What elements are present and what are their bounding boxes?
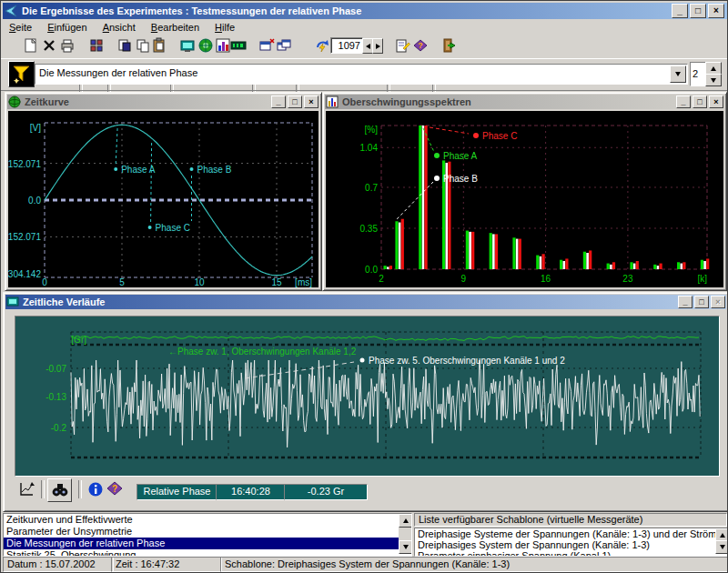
zeitkurve-window: Zeitkurve _ □ × Phase APhase BPhase C152… bbox=[5, 92, 322, 291]
svg-text:Phase A: Phase A bbox=[443, 151, 478, 161]
templates-scrollbar[interactable] bbox=[715, 528, 728, 554]
new-page-icon[interactable] bbox=[21, 36, 39, 55]
statusbar: Datum : 15.07.2002 Zeit : 16:47:32 Schab… bbox=[1, 557, 728, 573]
delete-page-icon[interactable] bbox=[40, 36, 58, 55]
help-book2-icon[interactable]: ? bbox=[106, 479, 124, 498]
measurement-value-field: -0.23 Gr bbox=[284, 484, 368, 500]
help-book-icon[interactable]: ? bbox=[411, 36, 430, 55]
exit-icon[interactable] bbox=[440, 36, 459, 55]
screen-view-icon[interactable] bbox=[178, 36, 197, 55]
svg-text:2: 2 bbox=[379, 274, 384, 284]
print-icon[interactable] bbox=[58, 36, 76, 55]
spin-down-button[interactable] bbox=[705, 74, 722, 86]
svg-text:15: 15 bbox=[271, 277, 282, 287]
minimize-button[interactable]: _ bbox=[672, 4, 688, 18]
verlaeufe-maximize-button[interactable]: □ bbox=[694, 296, 709, 308]
page-next-button[interactable] bbox=[372, 38, 383, 54]
report-icon[interactable] bbox=[393, 36, 411, 55]
new-window-icon[interactable] bbox=[258, 36, 276, 55]
template-item[interactable]: Dreiphasige Systeme der Spannungen (Kanä… bbox=[415, 528, 728, 539]
list-item[interactable]: Statistik 25. Oberschwingung bbox=[4, 549, 411, 557]
run-icon[interactable] bbox=[313, 36, 331, 55]
menu-ansicht[interactable]: Ansicht bbox=[96, 20, 142, 35]
scroll-down-button[interactable] bbox=[715, 540, 728, 554]
verlaeufe-plot: -0.07-0.13-0.2[Gr]←Phase zw. 1, Oberschw… bbox=[15, 316, 720, 477]
zeitkurve-title: Zeitkurve bbox=[22, 96, 269, 107]
footer-separator bbox=[41, 480, 45, 498]
graph-settings-icon[interactable] bbox=[17, 480, 35, 498]
svg-text:-0.13: -0.13 bbox=[46, 392, 66, 402]
application-window: Die Ergebnisse des Experimentes : Testme… bbox=[0, 0, 728, 573]
dial-icon[interactable] bbox=[197, 36, 215, 55]
experiment-combobox[interactable]: Die Messungen der relativen Phase bbox=[35, 64, 688, 85]
pages-list-scrollbar[interactable] bbox=[399, 514, 411, 554]
menu-seite[interactable]: Seite bbox=[3, 20, 38, 35]
verlaeufe-window-icon bbox=[5, 296, 20, 308]
measurement-time-field: 16:40:28 bbox=[216, 484, 286, 500]
zeitkurve-close-button[interactable]: × bbox=[304, 96, 318, 108]
arrange-windows-icon[interactable] bbox=[275, 36, 293, 55]
svg-text:0.0: 0.0 bbox=[365, 265, 378, 275]
copy-icon[interactable] bbox=[134, 36, 152, 55]
svg-text:[Gr]: [Gr] bbox=[71, 335, 86, 345]
spektren-plot: Phase CPhase APhase B1.040.70.350.0[%]29… bbox=[326, 111, 723, 287]
spin-up-button[interactable] bbox=[705, 62, 722, 75]
zeitkurve-minimize-button[interactable]: _ bbox=[271, 96, 286, 108]
zeitkurve-window-icon bbox=[7, 96, 22, 108]
spektren-titlebar[interactable]: Oberschwingungsspektren _ □ × bbox=[325, 95, 724, 109]
experiment-combobox-value: Die Messungen der relativen Phase bbox=[39, 67, 197, 78]
scroll-down-button[interactable] bbox=[399, 540, 412, 554]
main-titlebar[interactable]: Die Ergebnisse des Experimentes : Testme… bbox=[3, 3, 727, 19]
svg-text:0.7: 0.7 bbox=[365, 183, 378, 193]
spektren-maximize-button[interactable]: □ bbox=[693, 96, 707, 108]
menu-bearbeiten[interactable]: Bearbeiten bbox=[145, 20, 206, 35]
list-item-selected[interactable]: Die Messungen der relativen Phase bbox=[4, 538, 411, 549]
copy-front-icon[interactable] bbox=[116, 36, 134, 55]
verlaeufe-titlebar[interactable]: Zeitliche Verläufe _ □ × bbox=[5, 295, 726, 309]
zeitkurve-plot: Phase APhase BPhase C152.0710.0-152.071-… bbox=[8, 111, 318, 287]
zeitkurve-maximize-button[interactable]: □ bbox=[288, 96, 302, 108]
svg-text:-152.071: -152.071 bbox=[8, 232, 41, 242]
zeitkurve-titlebar[interactable]: Zeitkurve _ □ × bbox=[7, 95, 319, 109]
verlaeufe-minimize-button[interactable]: _ bbox=[678, 296, 693, 308]
info-icon[interactable] bbox=[86, 480, 105, 498]
svg-text:Phase B: Phase B bbox=[443, 174, 478, 184]
combobox-dropdown-button[interactable] bbox=[670, 65, 686, 83]
templates-panel: Liste verfügbarer Schablone (virtuelle M… bbox=[414, 513, 727, 555]
svg-text:10: 10 bbox=[194, 277, 205, 287]
template-item[interactable]: Parameter einphasiger Spannung (Kanal 1) bbox=[415, 550, 728, 557]
svg-text:-304.142: -304.142 bbox=[8, 269, 41, 279]
template-item[interactable]: Dreiphasiges System der Spannungen (Kanä… bbox=[415, 539, 728, 550]
svg-text:←Phase zw. 1, Oberschwingungen: ←Phase zw. 1, Oberschwingungen Kanäle 1,… bbox=[168, 347, 357, 357]
svg-text:-0.2: -0.2 bbox=[51, 423, 67, 433]
svg-text:23: 23 bbox=[622, 274, 633, 284]
templates-listbox: Dreiphasige Systeme der Spannungen (Kanä… bbox=[414, 528, 728, 557]
search-binoculars-button[interactable] bbox=[47, 478, 72, 502]
digital-display-icon[interactable] bbox=[229, 36, 248, 55]
spektren-close-button[interactable]: × bbox=[709, 96, 723, 108]
tile-windows-icon[interactable] bbox=[87, 36, 106, 55]
menu-einfuegen[interactable]: Einfügen bbox=[41, 20, 93, 35]
svg-text:[ms]: [ms] bbox=[295, 277, 312, 287]
list-item[interactable]: Zeitkurven und Effektivwerte bbox=[4, 514, 411, 526]
svg-text:[V]: [V] bbox=[30, 123, 41, 133]
spektren-window: Oberschwingungsspektren _ □ × Phase CPha… bbox=[322, 92, 727, 291]
close-button[interactable]: × bbox=[708, 4, 724, 18]
svg-text:0.35: 0.35 bbox=[360, 224, 379, 234]
maximize-button[interactable]: □ bbox=[690, 4, 706, 18]
scroll-up-button[interactable] bbox=[399, 514, 412, 528]
list-item[interactable]: Parameter der Unsymmetrie bbox=[4, 526, 411, 538]
experiment-logo-icon[interactable] bbox=[8, 61, 35, 87]
svg-text:0.0: 0.0 bbox=[28, 196, 41, 206]
svg-text:Phase C: Phase C bbox=[482, 131, 517, 141]
experiment-spin-value[interactable]: 2 bbox=[690, 62, 706, 86]
footer-separator bbox=[78, 480, 82, 498]
page-number-input[interactable]: 1097 bbox=[330, 37, 363, 54]
paste-icon[interactable] bbox=[150, 36, 168, 55]
spektren-window-icon bbox=[325, 96, 339, 108]
verlaeufe-window: Zeitliche Verläufe _ □ × -0.07-0.13-0.2[… bbox=[3, 292, 728, 512]
svg-text:Phase zw. 5. Oberschwingungen: Phase zw. 5. Oberschwingungen Kanäle 1 u… bbox=[369, 356, 565, 366]
svg-text:9: 9 bbox=[461, 274, 467, 284]
spektren-minimize-button[interactable]: _ bbox=[676, 96, 691, 108]
menu-hilfe[interactable]: Hilfe bbox=[208, 20, 241, 35]
